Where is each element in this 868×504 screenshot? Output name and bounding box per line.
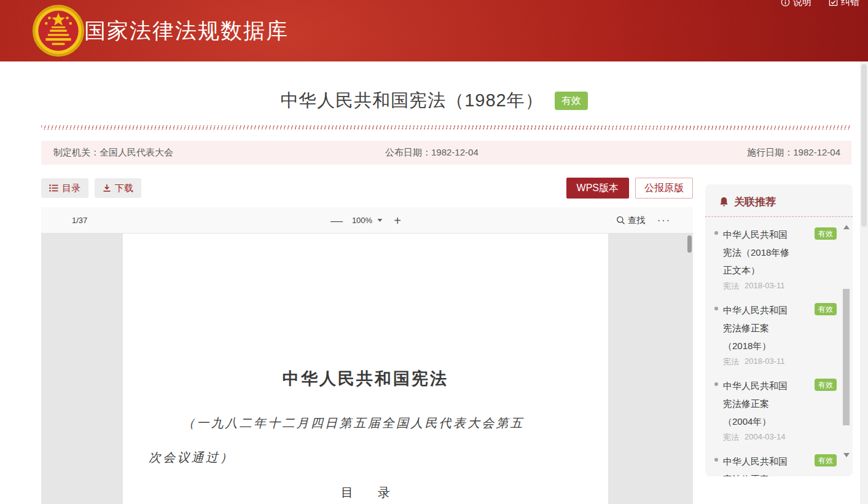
related-item-title: 中华人民共和国宪法（2018年修正文本）	[723, 226, 792, 279]
hatched-divider	[41, 125, 851, 130]
edit-check-icon	[829, 0, 838, 7]
error-correction-label: 纠错	[841, 0, 859, 8]
document-title: 中华人民共和国宪法（1982年）	[280, 89, 544, 113]
related-item-category: 宪法	[723, 432, 739, 443]
download-button[interactable]: 下载	[95, 178, 141, 198]
search-icon	[616, 216, 625, 225]
right-action-buttons: WPS版本 公报原版	[566, 178, 693, 199]
list-icon	[49, 184, 58, 192]
pdf-page: 中华人民共和国宪法 （一九八二年十二月四日第五届全国人民代表大会第五 次会议通过…	[123, 234, 608, 504]
document-title-row: 中华人民共和国宪法（1982年） 有效	[0, 89, 868, 113]
related-item-date: 2018-03-11	[745, 281, 785, 292]
related-item-title: 中华人民共和国宪法修正案	[723, 452, 792, 476]
error-correction-link[interactable]: 纠错	[829, 0, 859, 8]
related-item-category: 宪法	[723, 281, 739, 292]
bullet-icon	[714, 231, 718, 235]
related-item-status-badge: 有效	[815, 227, 837, 240]
related-item-meta: 宪法 2004-03-14	[723, 432, 837, 443]
app-header: 国家法律法规数据库 说明 纠错	[0, 0, 868, 61]
document-meta-bar: 制定机关：全国人民代表大会 公布日期：1982-12-04 施行日期：1982-…	[41, 141, 851, 165]
pdf-viewer: 1/37 — 100% + 查找 ···	[41, 207, 693, 504]
issuing-authority: 制定机关：全国人民代表大会	[41, 147, 385, 159]
gazette-original-button[interactable]: 公报原版	[635, 178, 693, 199]
related-header: 关联推荐	[705, 184, 853, 216]
related-item-date: 2018-03-11	[745, 356, 785, 368]
help-link-label: 说明	[793, 0, 811, 8]
sidebar-scrollbar	[842, 222, 851, 468]
related-item-meta: 宪法 2018-03-11	[723, 281, 837, 292]
zoom-controls: — 100% +	[330, 207, 404, 234]
related-item[interactable]: 中华人民共和国宪法修正案 有效	[714, 452, 837, 476]
effective-date: 施行日期：1982-12-04	[747, 147, 851, 159]
site-title: 国家法律法规数据库	[84, 17, 289, 45]
related-item[interactable]: 中华人民共和国宪法（2018年修正文本） 有效 宪法 2018-03-11	[714, 226, 837, 292]
related-sidebar: 关联推荐 中华人民共和国宪法（2018年修正文本） 有效 宪法 2018-03-…	[705, 184, 853, 476]
sidebar-scrollbar-thumb[interactable]	[843, 289, 850, 425]
find-controls: 查找 ···	[616, 207, 671, 234]
toc-button-label: 目录	[62, 183, 80, 194]
national-emblem-icon	[32, 4, 85, 57]
related-item-meta: 宪法 2018-03-11	[723, 356, 837, 368]
zoom-out-button[interactable]: —	[330, 211, 343, 230]
publish-date: 公布日期：1982-12-04	[385, 147, 643, 159]
page-body: 中华人民共和国宪法（1982年） 有效 制定机关：全国人民代表大会 公布日期：1…	[0, 61, 868, 504]
download-button-label: 下载	[115, 183, 133, 194]
header-links: 说明 纠错	[781, 0, 859, 8]
more-options-button[interactable]: ···	[657, 215, 671, 226]
related-item[interactable]: 中华人民共和国宪法修正案（2004年） 有效 宪法 2004-03-14	[714, 377, 837, 443]
related-item-status-badge: 有效	[815, 454, 837, 467]
scroll-up-arrow-icon[interactable]	[843, 225, 850, 229]
find-button-label: 查找	[628, 215, 645, 226]
pdf-scrollbar-thumb[interactable]	[687, 235, 692, 253]
related-item[interactable]: 中华人民共和国宪法修正案（2018年） 有效 宪法 2018-03-11	[714, 301, 837, 368]
page-indicator: 1/37	[72, 207, 87, 234]
related-item-title: 中华人民共和国宪法修正案（2004年）	[723, 377, 792, 430]
toc-heading: 目 录	[123, 484, 608, 501]
constitution-title: 中华人民共和国宪法	[123, 368, 608, 390]
bullet-icon	[714, 307, 718, 310]
left-action-buttons: 目录 下载	[41, 178, 141, 198]
adoption-note-line1: （一九八二年十二月四日第五届全国人民代表大会第五	[182, 415, 525, 431]
help-link[interactable]: 说明	[781, 0, 811, 8]
zoom-in-button[interactable]: +	[391, 211, 404, 230]
wps-version-button[interactable]: WPS版本	[566, 178, 629, 199]
related-item-title: 中华人民共和国宪法修正案（2018年）	[723, 301, 792, 355]
scroll-down-arrow-icon[interactable]	[843, 453, 850, 457]
window-scrollbar[interactable]	[860, 61, 868, 504]
status-badge: 有效	[555, 92, 588, 111]
bullet-icon	[714, 382, 718, 386]
related-item-category: 宪法	[723, 356, 739, 368]
related-title: 关联推荐	[734, 195, 776, 209]
pdf-toolbar: 1/37 — 100% + 查找 ···	[41, 207, 693, 234]
related-item-status-badge: 有效	[815, 303, 837, 315]
zoom-level-dropdown[interactable]: 100%	[352, 216, 382, 225]
related-item-date: 2004-03-14	[745, 432, 786, 443]
toc-button[interactable]: 目录	[41, 178, 88, 198]
find-button[interactable]: 查找	[616, 215, 645, 226]
download-icon	[103, 184, 111, 192]
bell-icon	[719, 197, 729, 207]
related-item-status-badge: 有效	[815, 379, 837, 391]
bullet-icon	[714, 458, 718, 462]
related-list: 中华人民共和国宪法（2018年修正文本） 有效 宪法 2018-03-11 中华…	[705, 217, 853, 476]
adoption-note-line2: 次会议通过）	[149, 449, 234, 466]
zoom-level-value: 100%	[352, 216, 372, 225]
chevron-down-icon	[377, 219, 382, 222]
info-icon	[781, 0, 790, 7]
window-scrollbar-thumb[interactable]	[861, 64, 867, 227]
